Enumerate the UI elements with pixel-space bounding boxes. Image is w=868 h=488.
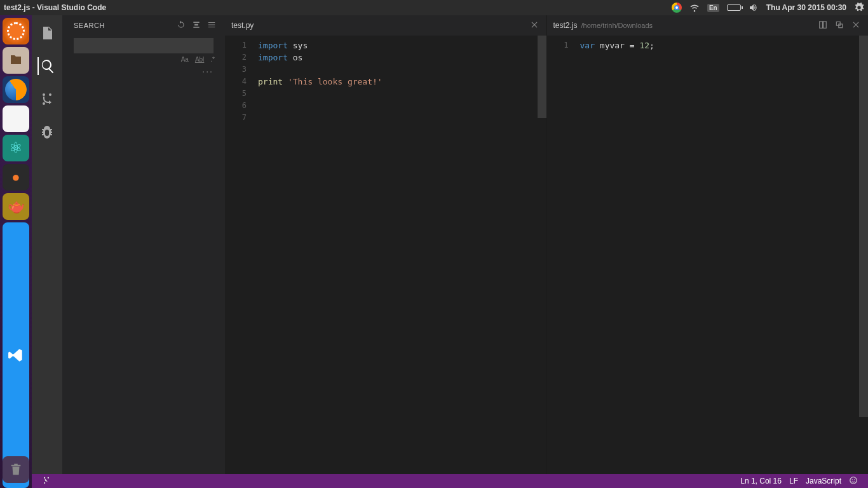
editor-pane: test.py1234567import sysimport os print …	[225, 15, 546, 474]
os-top-bar: test2.js - Visual Studio Code En Thu Apr…	[0, 0, 868, 15]
launcher-ubuntu[interactable]	[3, 18, 29, 44]
code-content[interactable]: var myvar = 12;	[578, 36, 869, 474]
svg-point-2	[854, 479, 855, 480]
unity-launcher	[0, 15, 32, 488]
gear-icon[interactable]	[854, 3, 864, 13]
open-change-icon[interactable]	[835, 20, 845, 30]
activity-debug[interactable]	[38, 123, 56, 141]
status-language[interactable]: JavaScript	[806, 477, 841, 485]
match-word-toggle[interactable]: Abl	[195, 56, 204, 63]
editor-pane: test2.js/home/trinh/Downloads1var myvar …	[546, 15, 869, 474]
git-branch-icon[interactable]	[42, 476, 51, 487]
launcher-files[interactable]	[3, 47, 29, 74]
tab-bar: test2.js/home/trinh/Downloads	[547, 15, 869, 36]
activity-explorer[interactable]	[38, 24, 56, 42]
close-icon[interactable]	[530, 20, 540, 30]
volume-icon[interactable]	[749, 3, 759, 13]
overview-ruler[interactable]	[859, 36, 868, 474]
tab-filename[interactable]: test.py	[231, 21, 254, 30]
code-editor[interactable]: 1var myvar = 12;	[547, 36, 869, 474]
window-title: test2.js - Visual Studio Code	[4, 3, 672, 12]
activity-git[interactable]	[38, 90, 56, 108]
line-gutter: 1	[547, 36, 578, 474]
toggle-replace[interactable]: ...	[62, 64, 225, 74]
code-editor[interactable]: 1234567import sysimport os print 'This l…	[225, 36, 546, 474]
vscode-window: SEARCH Aa Abl .* ... test.py1234567impor…	[32, 15, 868, 488]
launcher-atom[interactable]	[3, 135, 29, 161]
status-position[interactable]: Ln 1, Col 16	[740, 477, 782, 485]
launcher-tea[interactable]	[3, 193, 29, 220]
clear-icon[interactable]	[207, 20, 217, 30]
tab-bar: test.py	[225, 15, 546, 36]
search-input[interactable]	[74, 38, 214, 53]
lang-indicator[interactable]: En	[707, 4, 719, 12]
match-case-toggle[interactable]: Aa	[181, 56, 189, 63]
launcher-firefox[interactable]	[3, 76, 29, 103]
tab-filepath: /home/trinh/Downloads	[581, 22, 653, 29]
svg-point-0	[850, 477, 857, 484]
status-eol[interactable]: LF	[789, 477, 798, 485]
chrome-tray-icon[interactable]	[672, 3, 682, 13]
svg-point-1	[852, 479, 853, 480]
launcher-trash[interactable]	[3, 456, 29, 483]
editor-group: test.py1234567import sysimport os print …	[225, 15, 868, 474]
overview-ruler[interactable]	[538, 36, 546, 474]
wifi-icon[interactable]	[689, 3, 700, 13]
launcher-blender[interactable]	[3, 164, 29, 191]
close-icon[interactable]	[851, 20, 862, 30]
line-gutter: 1234567	[225, 36, 255, 474]
datetime[interactable]: Thu Apr 30 2015 00:30	[766, 3, 846, 12]
status-bar: Ln 1, Col 16 LF JavaScript	[32, 474, 868, 488]
refresh-icon[interactable]	[177, 20, 187, 30]
search-sidebar: SEARCH Aa Abl .* ...	[62, 15, 225, 474]
feedback-icon[interactable]	[849, 476, 858, 487]
activity-search[interactable]	[37, 57, 55, 75]
battery-icon[interactable]	[727, 4, 741, 11]
split-icon[interactable]	[818, 20, 829, 30]
regex-toggle[interactable]: .*	[210, 56, 215, 63]
collapse-icon[interactable]	[192, 20, 202, 30]
code-content[interactable]: import sysimport os print 'This looks gr…	[255, 36, 546, 474]
tab-filename[interactable]: test2.js	[553, 21, 578, 30]
system-tray: En Thu Apr 30 2015 00:30	[672, 3, 864, 13]
sidebar-title: SEARCH	[74, 22, 172, 29]
activity-bar	[32, 15, 62, 474]
launcher-chrome[interactable]	[3, 105, 29, 132]
launcher-vscode[interactable]	[3, 222, 29, 488]
